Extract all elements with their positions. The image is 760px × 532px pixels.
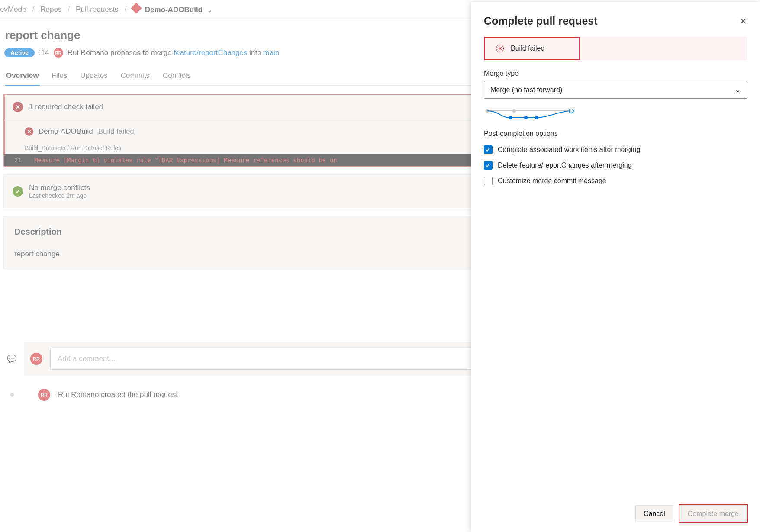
svg-point-5: [535, 116, 538, 119]
complete-pr-panel: Complete pull request ✕ ✕ Build failed M…: [471, 2, 760, 532]
breadcrumb-sep: /: [32, 5, 34, 14]
crumb-repo-label: Demo-ADOBuild: [145, 6, 203, 14]
target-branch-link[interactable]: main: [263, 48, 279, 57]
option-complete-workitems[interactable]: ✓ Complete associated work items after m…: [484, 145, 747, 154]
svg-point-4: [524, 116, 528, 119]
merge-type-value: Merge (no fast forward): [490, 86, 562, 94]
svg-point-2: [512, 109, 516, 113]
log-line-number: 21: [14, 157, 22, 164]
tab-overview[interactable]: Overview: [5, 67, 40, 85]
crumb-project[interactable]: evMode: [0, 5, 26, 14]
close-button[interactable]: ✕: [740, 16, 747, 26]
event-avatar[interactable]: RR: [38, 389, 50, 401]
merge-conflicts-subtitle: Last checked 2m ago: [29, 192, 90, 199]
crumb-repos[interactable]: Repos: [40, 5, 61, 14]
timeline-dot-icon: [10, 393, 14, 397]
crumb-pullrequests[interactable]: Pull requests: [76, 5, 118, 14]
option-customize-message[interactable]: Customize merge commit message: [484, 177, 747, 185]
current-user-avatar[interactable]: RR: [30, 353, 42, 365]
fail-icon: ✕: [25, 127, 33, 136]
discussion-icon: 💬: [7, 354, 16, 364]
fail-icon: ✕: [13, 102, 23, 112]
option-delete-label: Delete feature/reportChanges after mergi…: [498, 161, 632, 169]
checkbox-checked-icon[interactable]: ✓: [484, 145, 493, 154]
cancel-button[interactable]: Cancel: [635, 505, 673, 522]
tab-commits[interactable]: Commits: [120, 67, 151, 85]
checkbox-unchecked-icon[interactable]: [484, 177, 493, 185]
author-avatar[interactable]: RR: [54, 48, 63, 58]
success-icon: ✓: [13, 186, 23, 197]
build-failed-alert: ✕ Build failed: [484, 37, 747, 60]
checkbox-checked-icon[interactable]: ✓: [484, 161, 493, 170]
pipeline-status: Build failed: [98, 127, 134, 136]
svg-point-3: [509, 116, 512, 119]
repo-icon: [131, 3, 142, 13]
breadcrumb-sep: /: [68, 5, 70, 14]
tab-files[interactable]: Files: [51, 67, 68, 85]
option-delete-branch[interactable]: ✓ Delete feature/reportChanges after mer…: [484, 161, 747, 170]
tab-updates[interactable]: Updates: [80, 67, 109, 85]
merge-type-select[interactable]: Merge (no fast forward) ⌄: [484, 81, 747, 99]
status-badge: Active: [4, 48, 35, 57]
chevron-down-icon: ⌄: [735, 86, 741, 94]
author-line: Rui Romano proposes to merge: [68, 48, 174, 57]
chevron-down-icon[interactable]: ⌄: [207, 7, 212, 13]
complete-merge-button[interactable]: Complete merge: [679, 505, 747, 522]
into-text: into: [247, 48, 263, 57]
panel-title: Complete pull request: [484, 15, 598, 27]
source-branch-link[interactable]: feature/reportChanges: [174, 48, 247, 57]
pr-id: !14: [39, 48, 49, 57]
close-icon: ✕: [740, 16, 747, 26]
pipeline-name: Demo-ADOBuild: [39, 127, 93, 136]
tab-conflicts[interactable]: Conflicts: [162, 67, 192, 85]
svg-point-6: [569, 109, 573, 113]
merge-type-label: Merge type: [484, 70, 747, 77]
post-completion-label: Post-completion options: [484, 130, 747, 138]
checks-summary: 1 required check failed: [29, 103, 103, 111]
crumb-repo-current[interactable]: Demo-ADOBuild ⌄: [132, 4, 212, 14]
merge-conflicts-title: No merge conflicts: [29, 184, 90, 192]
log-text: Measure [Margin %] violates rule "[DAX E…: [34, 157, 337, 164]
timeline-created-event: Rui Romano created the pull request: [58, 390, 178, 399]
option-workitems-label: Complete associated work items after mer…: [498, 146, 640, 154]
breadcrumb-sep: /: [124, 5, 126, 14]
merge-graph-icon: [485, 109, 576, 119]
option-customize-label: Customize merge commit message: [498, 177, 606, 185]
merge-sentence: Rui Romano proposes to merge feature/rep…: [68, 48, 280, 57]
